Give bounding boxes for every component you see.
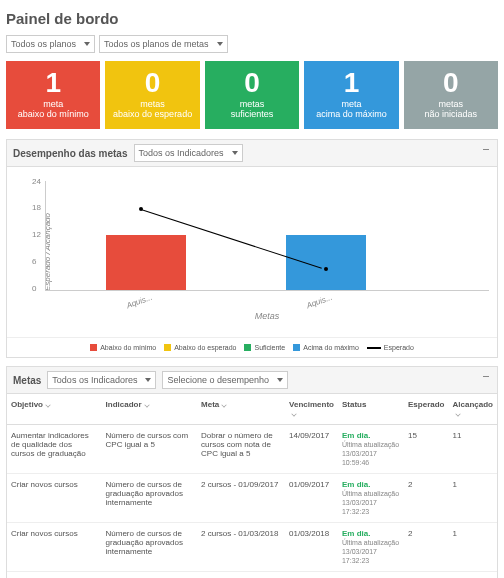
cell-objetivo: Criar novos cursos xyxy=(7,523,102,572)
performance-panel: Desempenho das metas Todos os Indicadore… xyxy=(6,139,498,358)
card-value: 0 xyxy=(209,69,295,97)
card-value: 0 xyxy=(109,69,195,97)
expected-point-2 xyxy=(324,267,328,271)
cell-objetivo: Criar novos cursos xyxy=(7,572,102,579)
sort-icon xyxy=(144,402,149,407)
summary-card[interactable]: 0metasabaixo do esperado xyxy=(105,61,199,129)
legend-below-exp: Abaixo do esperado xyxy=(164,344,236,351)
cell-meta: 2 cursos - 01/09/2017 xyxy=(197,474,285,523)
metas-performance-select[interactable]: Selecione o desempenho xyxy=(162,371,288,389)
card-line2: suficientes xyxy=(209,109,295,119)
table-header-row: Objetivo Indicador Meta Vencimento Statu… xyxy=(7,394,497,425)
collapse-icon[interactable] xyxy=(483,373,491,381)
summary-card[interactable]: 0metasnão iniciadas xyxy=(404,61,498,129)
card-line1: meta xyxy=(10,99,96,109)
col-indicador[interactable]: Indicador xyxy=(102,394,197,425)
metas-panel-header: Metas Todos os Indicadores Selecione o d… xyxy=(7,367,497,394)
cell-vencimento: 01/03/2018 xyxy=(285,523,338,572)
card-line2: abaixo do mínimo xyxy=(10,109,96,119)
collapse-icon[interactable] xyxy=(483,146,491,154)
page-title: Painel de bordo xyxy=(6,10,498,27)
cell-status: Em dia.Última atualização 13/03/2017 17:… xyxy=(338,572,404,579)
table-row[interactable]: Criar novos cursosNúmero de cursos de gr… xyxy=(7,523,497,572)
cell-status: Em dia.Última atualização 13/03/2017 10:… xyxy=(338,425,404,474)
cell-objetivo: Aumentar indicadores de qualidade dos cu… xyxy=(7,425,102,474)
metas-indicator-select[interactable]: Todos os Indicadores xyxy=(47,371,156,389)
chart-legend: Abaixo do mínimo Abaixo do esperado Sufi… xyxy=(7,337,497,357)
cell-alcancado: 11 xyxy=(449,425,498,474)
top-filter-row: Todos os planos Todos os planos de metas xyxy=(6,35,498,53)
performance-panel-title: Desempenho das metas xyxy=(13,148,128,159)
cell-status: Em dia.Última atualização 13/03/2017 17:… xyxy=(338,474,404,523)
sort-icon xyxy=(45,402,50,407)
x-category-2: Aquis... xyxy=(305,293,333,311)
cell-objetivo: Criar novos cursos xyxy=(7,474,102,523)
cell-meta: 2 cursos - 01/03/2018 xyxy=(197,523,285,572)
bar-below-min xyxy=(106,235,186,290)
card-value: 1 xyxy=(10,69,96,97)
metas-panel: Metas Todos os Indicadores Selecione o d… xyxy=(6,366,498,578)
metas-panel-title: Metas xyxy=(13,375,41,386)
cell-indicador: Número de cursos de graduação aprovados … xyxy=(102,572,197,579)
plans-select[interactable]: Todos os planos xyxy=(6,35,95,53)
cell-indicador: Número de cursos de graduação aprovados … xyxy=(102,523,197,572)
cell-indicador: Número de cursos de graduação aprovados … xyxy=(102,474,197,523)
col-vencimento[interactable]: Vencimento xyxy=(285,394,338,425)
cell-alcancado: 1 xyxy=(449,523,498,572)
summary-cards: 1metaabaixo do mínimo0metasabaixo do esp… xyxy=(6,61,498,129)
col-objetivo[interactable]: Objetivo xyxy=(7,394,102,425)
goal-plans-select[interactable]: Todos os planos de metas xyxy=(99,35,228,53)
card-line1: meta xyxy=(308,99,394,109)
card-line2: acima do máximo xyxy=(308,109,394,119)
card-value: 0 xyxy=(408,69,494,97)
cell-vencimento: 01/09/2017 xyxy=(285,474,338,523)
metas-table: Objetivo Indicador Meta Vencimento Statu… xyxy=(7,394,497,578)
card-line2: abaixo do esperado xyxy=(109,109,195,119)
table-row[interactable]: Aumentar indicadores de qualidade dos cu… xyxy=(7,425,497,474)
metas-indicator-value: Todos os Indicadores xyxy=(52,375,137,385)
performance-panel-header: Desempenho das metas Todos os Indicadore… xyxy=(7,140,497,167)
metas-performance-value: Selecione o desempenho xyxy=(167,375,269,385)
cell-esperado: 2 xyxy=(404,474,448,523)
cell-vencimento: 14/09/2017 xyxy=(285,425,338,474)
x-category-1: Aquis... xyxy=(125,293,153,311)
cell-alcancado: 1 xyxy=(449,474,498,523)
cell-status: Em dia.Última atualização 13/03/2017 17:… xyxy=(338,523,404,572)
legend-above-max: Acima do máximo xyxy=(293,344,359,351)
card-line1: metas xyxy=(109,99,195,109)
col-esperado[interactable]: Esperado xyxy=(404,394,448,425)
cell-indicador: Número de cursos com CPC igual a 5 xyxy=(102,425,197,474)
col-meta[interactable]: Meta xyxy=(197,394,285,425)
sort-icon xyxy=(222,402,227,407)
sort-icon xyxy=(292,411,297,416)
card-value: 1 xyxy=(308,69,394,97)
summary-card[interactable]: 0metassuficientes xyxy=(205,61,299,129)
cell-esperado: 2 xyxy=(404,523,448,572)
card-line1: metas xyxy=(408,99,494,109)
table-row[interactable]: Criar novos cursosNúmero de cursos de gr… xyxy=(7,572,497,579)
bar-above-max xyxy=(286,235,366,290)
x-axis-label: Metas xyxy=(45,311,489,321)
cell-esperado: 2 xyxy=(404,572,448,579)
sort-icon xyxy=(455,411,460,416)
summary-card[interactable]: 1metaabaixo do mínimo xyxy=(6,61,100,129)
chart-plot: 24 18 12 6 0 Aquis... Aquis... xyxy=(45,181,489,291)
cell-meta: Dobrar o número de cursos com nota de CP… xyxy=(197,425,285,474)
performance-indicator-select[interactable]: Todos os Indicadores xyxy=(134,144,243,162)
performance-indicator-value: Todos os Indicadores xyxy=(139,148,224,158)
legend-below-min: Abaixo do mínimo xyxy=(90,344,156,351)
cell-meta: 2 cursos - 01/09/2018 xyxy=(197,572,285,579)
cell-esperado: 15 xyxy=(404,425,448,474)
legend-sufficient: Suficiente xyxy=(244,344,285,351)
col-status[interactable]: Status xyxy=(338,394,404,425)
col-alcancado[interactable]: Alcançado xyxy=(449,394,498,425)
cell-alcancado: 2 xyxy=(449,572,498,579)
chart-area: Esperado / Alcançado 24 18 12 6 0 Aquis.… xyxy=(7,167,497,337)
legend-expected: Esperado xyxy=(367,344,414,351)
card-line2: não iniciadas xyxy=(408,109,494,119)
table-row[interactable]: Criar novos cursosNúmero de cursos de gr… xyxy=(7,474,497,523)
goal-plans-select-value: Todos os planos de metas xyxy=(104,39,209,49)
plans-select-value: Todos os planos xyxy=(11,39,76,49)
card-line1: metas xyxy=(209,99,295,109)
summary-card[interactable]: 1metaacima do máximo xyxy=(304,61,398,129)
